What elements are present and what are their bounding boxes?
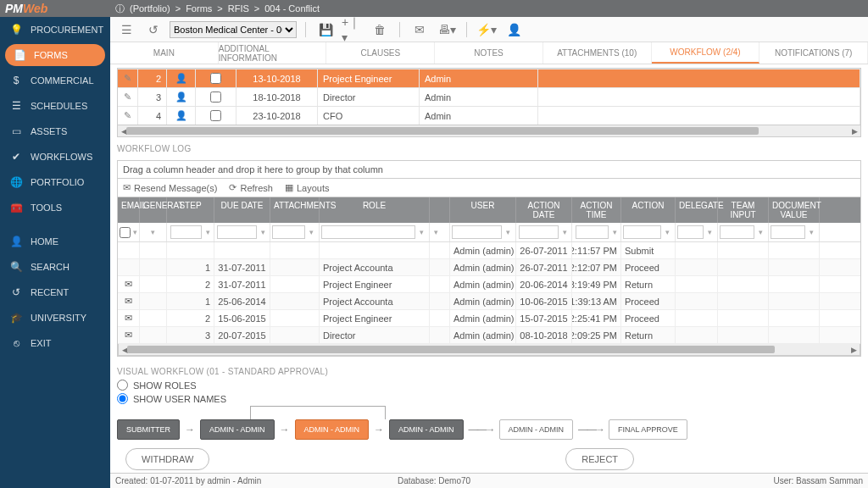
filter-input[interactable]: [217, 225, 257, 239]
routing-hscroll[interactable]: ◀ ▶: [117, 125, 861, 137]
filter-input[interactable]: [272, 225, 305, 239]
sidebar-item-schedules[interactable]: ☰SCHEDULES: [0, 93, 110, 119]
bolt-icon[interactable]: ⚡▾: [476, 20, 498, 39]
log-col-header[interactable]: DELEGATE: [676, 197, 718, 223]
log-row[interactable]: ✉125-06-2014Project AccountaAdmin (admin…: [118, 293, 860, 310]
filter-input[interactable]: [170, 225, 202, 239]
group-drop-area[interactable]: Drag a column header and drop it here to…: [118, 161, 860, 179]
filter-icon[interactable]: ▾: [807, 228, 815, 236]
sidebar-item-home[interactable]: 👤HOME: [0, 229, 110, 254]
show-roles-radio[interactable]: SHOW ROLES: [117, 380, 861, 391]
sidebar-item-search[interactable]: 🔍SEARCH: [0, 254, 110, 280]
filter-icon[interactable]: ▾: [132, 228, 137, 236]
save-icon[interactable]: 💾: [314, 20, 337, 39]
history-icon[interactable]: ↺: [142, 20, 164, 39]
log-col-header[interactable]: USER: [450, 197, 516, 223]
sidebar-item-tools[interactable]: 🧰TOOLS: [0, 195, 110, 220]
log-col-header[interactable]: GENERAT: [140, 197, 167, 223]
log-col-header[interactable]: ACTION DATE: [516, 197, 572, 223]
filter-icon[interactable]: ▾: [756, 228, 765, 236]
sidebar-item-forms[interactable]: 📄FORMS: [5, 44, 105, 66]
sidebar-item-exit[interactable]: ⎋EXIT: [0, 330, 110, 356]
filter-icon[interactable]: ▾: [560, 228, 569, 236]
select-all-checkbox[interactable]: [120, 227, 131, 238]
routing-row[interactable]: ✎4👤23-10-2018CFOAdmin: [118, 106, 860, 125]
sidebar-item-university[interactable]: 🎓UNIVERSITY: [0, 305, 110, 330]
log-row[interactable]: Admin (admin)26-07-201112:11:57 PMSubmit: [118, 242, 860, 259]
resend-messages-button[interactable]: ✉ Resend Message(s): [123, 182, 217, 193]
scroll-right-icon[interactable]: ▶: [848, 344, 860, 355]
sidebar-item-portfolio[interactable]: 🌐PORTFOLIO: [0, 169, 110, 195]
tab-additional-information[interactable]: ADDITIONAL INFORMATION: [219, 42, 327, 64]
log-hscroll[interactable]: ◀ ▶: [118, 344, 860, 356]
tab-main[interactable]: MAIN: [110, 42, 219, 64]
scroll-right-icon[interactable]: ▶: [849, 125, 860, 136]
log-col-header[interactable]: DOCUMENT VALUE: [769, 197, 820, 223]
tab-notes[interactable]: NOTES: [435, 42, 543, 64]
filter-input[interactable]: [321, 225, 415, 239]
routing-checkbox[interactable]: [196, 88, 236, 106]
person-icon[interactable]: 👤: [167, 88, 196, 106]
filter-input[interactable]: [519, 225, 559, 239]
filter-input[interactable]: [576, 225, 609, 239]
filter-icon[interactable]: ▾: [431, 228, 440, 236]
add-icon[interactable]: +｜▾: [342, 20, 364, 39]
routing-checkbox[interactable]: [196, 69, 236, 87]
log-col-header[interactable]: ACTION TIME: [572, 197, 621, 223]
log-col-header[interactable]: ATTACHMENTS: [270, 197, 320, 223]
person-icon[interactable]: 👤: [167, 107, 196, 125]
breadcrumb-forms[interactable]: Forms: [186, 3, 212, 14]
tab-clauses[interactable]: CLAUSES: [326, 42, 435, 64]
filter-input[interactable]: [771, 225, 805, 239]
edit-icon[interactable]: ✎: [118, 107, 138, 125]
routing-row[interactable]: ✎3👤18-10-2018DirectorAdmin: [118, 87, 860, 106]
filter-icon[interactable]: ▾: [610, 228, 619, 236]
filter-input[interactable]: [452, 225, 502, 239]
filter-input[interactable]: [623, 225, 661, 239]
log-row[interactable]: ✉231-07-2011Project EngineerAdmin (admin…: [118, 276, 860, 293]
log-col-header[interactable]: TEAM INPUT: [718, 197, 769, 223]
log-col-header[interactable]: STEP: [167, 197, 214, 223]
tab-attachments-10-[interactable]: ATTACHMENTS (10): [543, 42, 652, 64]
user-icon[interactable]: 👤: [503, 20, 525, 39]
log-col-header[interactable]: [430, 197, 450, 223]
log-col-header[interactable]: ACTION: [621, 197, 676, 223]
filter-icon[interactable]: ▾: [504, 228, 512, 236]
reject-button[interactable]: REJECT: [565, 448, 634, 470]
log-row[interactable]: ✉320-07-2015DirectorAdmin (admin)08-10-2…: [118, 327, 860, 344]
tab-workflow-2-4-[interactable]: WORKFLOW (2/4): [652, 42, 760, 64]
scroll-thumb[interactable]: [127, 346, 775, 353]
routing-row[interactable]: ✎2👤13-10-2018Project EngineerAdmin: [118, 69, 860, 87]
refresh-button[interactable]: ⟳ Refresh: [229, 182, 273, 193]
log-col-header[interactable]: EMAIL: [118, 197, 140, 223]
filter-icon[interactable]: ▾: [307, 228, 315, 236]
delete-icon[interactable]: 🗑: [369, 20, 391, 39]
filter-icon[interactable]: ▾: [149, 228, 158, 236]
sidebar-item-procurement[interactable]: 💡PROCUREMENT: [0, 17, 110, 42]
breadcrumb-rfis[interactable]: RFIS: [228, 3, 249, 14]
sidebar-item-workflows[interactable]: ✔WORKFLOWS: [0, 144, 110, 169]
log-row[interactable]: 131-07-2011Project AccountaAdmin (admin)…: [118, 259, 860, 276]
filter-icon[interactable]: ▾: [663, 228, 671, 236]
sidebar-item-assets[interactable]: ▭ASSETS: [0, 119, 110, 144]
person-icon[interactable]: 👤: [167, 69, 196, 87]
tab-notifications-7-[interactable]: NOTIFICATIONS (7): [760, 42, 868, 64]
filter-input[interactable]: [677, 225, 704, 239]
breadcrumb-portfolio[interactable]: (Portfolio): [130, 3, 170, 14]
withdraw-button[interactable]: WITHDRAW: [125, 448, 209, 470]
project-selector[interactable]: Boston Medical Center - 004 - Confl: [170, 21, 297, 38]
log-col-header[interactable]: ROLE: [320, 197, 430, 223]
info-icon[interactable]: ⓘ: [115, 3, 125, 15]
routing-checkbox[interactable]: [196, 107, 236, 125]
filter-icon[interactable]: ▾: [259, 228, 267, 236]
edit-icon[interactable]: ✎: [118, 69, 138, 87]
list-icon[interactable]: ☰: [115, 20, 137, 39]
mail-icon[interactable]: ✉: [409, 20, 431, 39]
filter-icon[interactable]: ▾: [705, 228, 714, 236]
filter-icon[interactable]: ▾: [417, 228, 426, 236]
show-users-radio[interactable]: SHOW USER NAMES: [117, 393, 861, 404]
filter-icon[interactable]: ▾: [203, 228, 212, 236]
sidebar-item-recent[interactable]: ↺RECENT: [0, 280, 110, 305]
filter-input[interactable]: [720, 225, 754, 239]
log-col-header[interactable]: DUE DATE: [214, 197, 270, 223]
